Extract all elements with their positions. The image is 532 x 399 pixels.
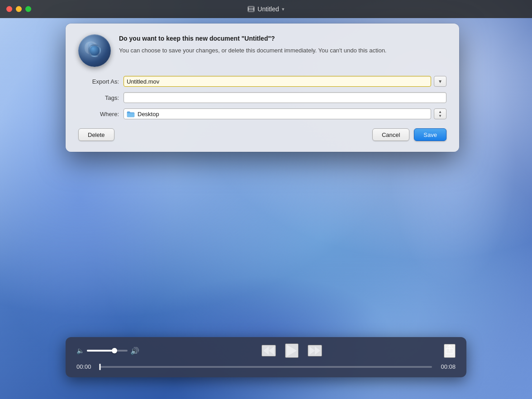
window-title: Untitled ▾: [247, 5, 284, 13]
folder-icon: [127, 111, 135, 117]
tags-input[interactable]: [124, 92, 446, 103]
expand-path-button[interactable]: ▾: [434, 76, 446, 87]
volume-track: [87, 350, 114, 352]
progress-bar[interactable]: [100, 366, 432, 368]
titlebar: Untitled ▾: [0, 0, 532, 18]
share-button[interactable]: [444, 344, 456, 358]
tags-label: Tags:: [78, 94, 119, 101]
svg-marker-8: [315, 347, 320, 355]
export-as-input[interactable]: [124, 76, 431, 87]
total-time: 00:08: [437, 363, 456, 370]
svg-marker-6: [287, 345, 297, 357]
volume-slider[interactable]: [87, 350, 128, 352]
svg-marker-4: [263, 347, 269, 355]
volume-high-icon: 🔊: [130, 347, 139, 355]
fast-forward-icon: [309, 346, 321, 356]
svg-marker-5: [269, 347, 274, 355]
maximize-button[interactable]: [25, 6, 31, 12]
title-chevron[interactable]: ▾: [282, 6, 285, 12]
dialog-text-block: Do you want to keep this new document "U…: [119, 34, 446, 55]
volume-low-icon: 🔈: [76, 347, 84, 354]
save-button[interactable]: Save: [414, 128, 446, 141]
where-value: Desktop: [138, 111, 159, 117]
app-logo: Q: [78, 34, 111, 67]
export-as-label: Export As:: [78, 78, 119, 85]
traffic-lights: [6, 6, 31, 12]
right-buttons: Cancel Save: [372, 128, 446, 141]
current-time: 00:00: [76, 363, 95, 370]
stepper-down-icon: ▼: [438, 114, 442, 118]
progress-section: 00:00 00:08: [76, 363, 456, 370]
tags-wrapper: [124, 92, 446, 103]
delete-button[interactable]: Delete: [78, 128, 114, 141]
rewind-button[interactable]: [261, 345, 276, 357]
tags-row: Tags:: [78, 92, 446, 103]
volume-section: 🔈 🔊: [76, 347, 139, 355]
where-wrapper: Desktop ▲ ▼: [124, 108, 446, 119]
volume-thumb: [112, 348, 117, 353]
dialog-buttons: Delete Cancel Save: [78, 128, 446, 141]
playback-buttons: [261, 343, 322, 358]
app-icon: [247, 5, 255, 13]
share-icon: [445, 345, 455, 355]
export-as-wrapper: ▾: [124, 76, 446, 87]
svg-rect-3: [248, 8, 254, 10]
where-select[interactable]: Desktop: [124, 108, 431, 119]
play-button[interactable]: [285, 343, 299, 358]
minimize-button[interactable]: [16, 6, 22, 12]
play-icon: [286, 344, 298, 357]
where-stepper[interactable]: ▲ ▼: [434, 108, 446, 119]
dialog-header: Q Do you want to keep this new document …: [78, 34, 446, 67]
rewind-icon: [262, 346, 275, 356]
media-player: 🔈 🔊: [66, 337, 466, 377]
dialog-title: Do you want to keep this new document "U…: [119, 34, 446, 42]
where-label: Where:: [78, 111, 119, 117]
close-button[interactable]: [6, 6, 12, 12]
where-row: Where: Desktop ▲ ▼: [78, 108, 446, 119]
form-section: Export As: ▾ Tags: Where:: [78, 76, 446, 119]
dialog-body: You can choose to save your changes, or …: [119, 46, 446, 55]
cancel-button[interactable]: Cancel: [372, 128, 409, 141]
save-dialog: Q Do you want to keep this new document …: [66, 23, 459, 152]
fast-forward-button[interactable]: [308, 345, 322, 357]
player-controls: 🔈 🔊: [76, 343, 456, 358]
export-as-row: Export As: ▾: [78, 76, 446, 87]
stepper-up-icon: ▲: [438, 110, 442, 114]
svg-marker-7: [309, 347, 315, 355]
progress-thumb: [100, 364, 101, 370]
title-text: Untitled: [257, 5, 279, 13]
qt-inner-circle: [88, 44, 101, 57]
